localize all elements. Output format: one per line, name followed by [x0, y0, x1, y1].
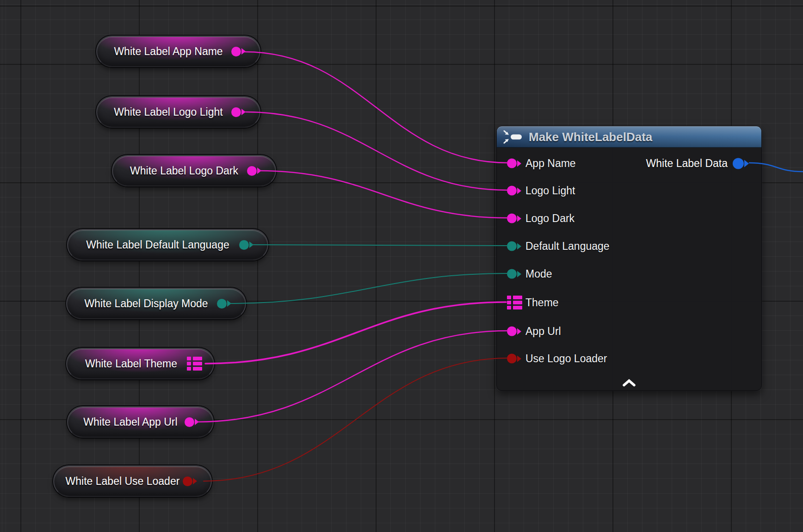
- input-pin-default-language[interactable]: [507, 241, 525, 251]
- input-pin-row-theme: Theme: [507, 296, 559, 309]
- input-pin-row-app-name: App Name: [507, 157, 576, 170]
- getter-label: White Label Theme: [67, 358, 187, 370]
- getter-white-label-app-name[interactable]: White Label App Name: [96, 36, 260, 67]
- getter-white-label-display-mode[interactable]: White Label Display Mode: [66, 288, 246, 319]
- getter-output-pin[interactable]: [231, 107, 246, 117]
- getter-white-label-use-loader[interactable]: White Label Use Loader: [53, 465, 212, 497]
- input-pin-row-logo-light: Logo Light: [507, 185, 575, 197]
- wire-mode[interactable]: [229, 273, 508, 303]
- getter-label: White Label Use Loader: [54, 475, 183, 488]
- input-pin-app-url[interactable]: [507, 327, 525, 336]
- getter-label: White Label Logo Light: [97, 106, 231, 118]
- input-pin-use-logo-loader[interactable]: [507, 354, 525, 364]
- node-header[interactable]: Make WhiteLabelData: [497, 126, 761, 148]
- wire-app-name[interactable]: [244, 52, 508, 163]
- input-pin-label: Use Logo Loader: [525, 353, 607, 365]
- getter-label: White Label Display Mode: [67, 297, 217, 310]
- getter-white-label-app-url[interactable]: White Label App Url: [67, 406, 214, 438]
- make-whitelabeldata-node[interactable]: Make WhiteLabelData App Name Logo Light …: [496, 126, 762, 391]
- collapse-node-button[interactable]: [618, 378, 641, 389]
- input-pin-label: Logo Dark: [525, 212, 574, 225]
- input-pin-label: Default Language: [525, 240, 610, 253]
- input-pin-logo-dark[interactable]: [507, 214, 525, 223]
- chevron-up-icon: [622, 379, 636, 387]
- input-pin-label: App Name: [525, 157, 576, 170]
- getter-label: White Label Logo Dark: [113, 165, 247, 177]
- input-pin-row-mode: Mode: [507, 268, 552, 280]
- wire-logo-dark[interactable]: [258, 171, 508, 218]
- input-pin-label: Mode: [525, 268, 552, 280]
- input-pin-row-use-logo-loader: Use Logo Loader: [507, 353, 607, 365]
- getter-output-pin-struct[interactable]: [187, 357, 202, 371]
- input-pin-label: Theme: [525, 297, 559, 309]
- input-pin-row-app-url: App Url: [507, 325, 561, 338]
- getter-white-label-logo-light[interactable]: White Label Logo Light: [96, 96, 260, 128]
- input-pin-label: App Url: [525, 325, 561, 338]
- input-pin-row-default-language: Default Language: [507, 240, 610, 253]
- getter-output-pin[interactable]: [231, 47, 246, 56]
- input-pin-label: Logo Light: [525, 185, 575, 197]
- input-pin-app-name[interactable]: [507, 159, 525, 168]
- getter-white-label-default-language[interactable]: White Label Default Language: [67, 229, 268, 260]
- getter-white-label-logo-dark[interactable]: White Label Logo Dark: [112, 155, 276, 186]
- getter-white-label-theme[interactable]: White Label Theme: [66, 348, 214, 379]
- input-pin-theme[interactable]: [507, 296, 525, 309]
- blueprint-graph-canvas[interactable]: White Label App Name White Label Logo Li…: [0, 0, 803, 532]
- wire-theme[interactable]: [205, 302, 506, 364]
- make-struct-icon: [503, 130, 524, 144]
- input-pin-row-logo-dark: Logo Dark: [507, 212, 574, 225]
- getter-output-pin[interactable]: [183, 476, 197, 486]
- white-label-data-output-pin[interactable]: [733, 158, 749, 169]
- input-pin-mode[interactable]: [507, 269, 525, 279]
- wire-default-language[interactable]: [251, 245, 508, 246]
- wire-use-logo-loader[interactable]: [204, 358, 508, 481]
- output-pin-row: White Label Data: [646, 157, 749, 170]
- wire-logo-light[interactable]: [246, 112, 508, 190]
- wire-app-url[interactable]: [197, 331, 508, 422]
- getter-label: White Label Default Language: [68, 239, 239, 251]
- input-pin-logo-light[interactable]: [507, 186, 525, 196]
- getter-label: White Label App Url: [68, 416, 185, 428]
- node-title: Make WhiteLabelData: [529, 130, 652, 144]
- getter-label: White Label App Name: [97, 45, 231, 58]
- output-pin-label: White Label Data: [646, 157, 728, 170]
